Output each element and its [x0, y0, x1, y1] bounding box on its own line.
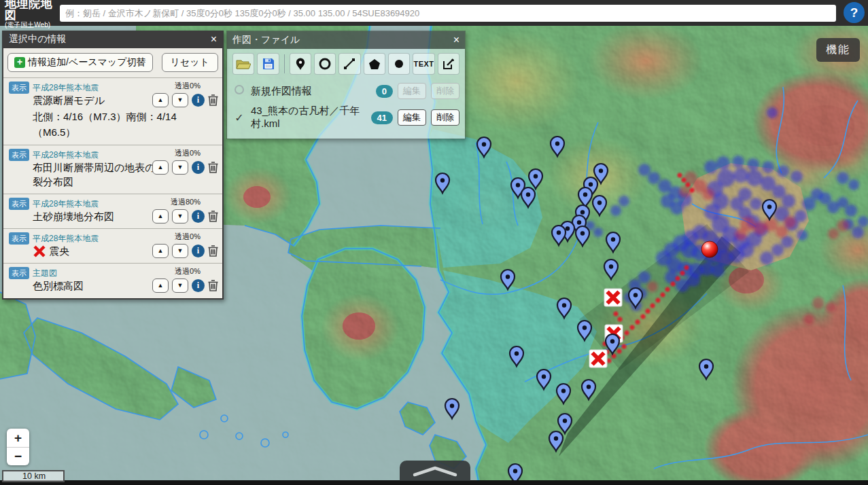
- landslide-blob: [638, 271, 650, 283]
- draw-panel-title: 作図・ファイル: [232, 34, 300, 46]
- move-down-button[interactable]: ▼: [172, 93, 188, 107]
- open-file-button[interactable]: [232, 53, 254, 75]
- move-up-button[interactable]: ▲: [152, 160, 169, 175]
- chevron-up-icon: [411, 465, 459, 477]
- landslide-blob: [771, 244, 784, 256]
- circle-tool-icon: [319, 58, 331, 70]
- show-toggle[interactable]: 表示: [9, 198, 29, 210]
- move-up-button[interactable]: ▲: [152, 209, 169, 223]
- draw-polygon-tool[interactable]: [364, 53, 385, 75]
- polygon-tool-icon: [368, 58, 381, 70]
- crack-dot: [671, 282, 676, 287]
- selected-info-actions: + 情報追加/ベースマップ切替 リセット: [3, 48, 222, 77]
- draw-item-name: 43_熊本の古凡村／千年村.kml: [251, 105, 366, 130]
- landslide-blob: [782, 194, 795, 208]
- crack-dot: [625, 331, 629, 336]
- landslide-blob: [610, 205, 621, 216]
- show-toggle[interactable]: 表示: [9, 82, 29, 94]
- info-icon[interactable]: i: [192, 210, 205, 223]
- app-logo: 地理院地図 (電子国土Web): [0, 0, 60, 29]
- edit-drawing-button[interactable]: [438, 53, 459, 75]
- epicenter-ball-marker[interactable]: [701, 241, 718, 257]
- red-blob: [776, 226, 788, 238]
- info-icon[interactable]: i: [192, 245, 205, 257]
- draw-marker-tool[interactable]: [290, 53, 311, 75]
- crack-dot: [646, 309, 650, 314]
- layer-row: 表示 平成28年熊本地震 震源断層モデル 北側：4/16（M7.3）南側：4/1…: [3, 77, 222, 145]
- show-toggle[interactable]: 表示: [9, 232, 29, 245]
- red-blob: [764, 218, 778, 232]
- move-up-button[interactable]: ▲: [152, 244, 169, 258]
- landslide-blob: [845, 204, 857, 217]
- info-icon[interactable]: i: [192, 94, 205, 107]
- help-button[interactable]: ?: [844, 2, 865, 23]
- crack-dot: [622, 344, 627, 349]
- add-info-button[interactable]: + 情報追加/ベースマップ切替: [7, 53, 153, 72]
- close-icon[interactable]: ×: [211, 33, 217, 46]
- red-blob: [825, 302, 836, 312]
- trash-icon[interactable]: [208, 245, 218, 257]
- show-toggle[interactable]: 表示: [9, 149, 29, 161]
- zoom-out-button[interactable]: −: [7, 447, 29, 465]
- red-blob: [679, 185, 691, 198]
- crack-dot: [614, 312, 619, 317]
- red-blob: [647, 281, 658, 292]
- trash-icon[interactable]: [208, 162, 218, 173]
- landslide-blob: [777, 165, 789, 177]
- trash-icon[interactable]: [208, 280, 218, 291]
- red-blob: [735, 228, 747, 240]
- close-icon[interactable]: ×: [453, 34, 459, 46]
- search-input[interactable]: [60, 5, 836, 22]
- crack-dot: [690, 188, 695, 193]
- bottom-panel-expand-tab[interactable]: [400, 461, 470, 481]
- transparency-label: 透過0%: [152, 232, 201, 242]
- red-blob: [702, 188, 714, 200]
- transparency-label: 透過0%: [152, 266, 201, 276]
- zoom-in-button[interactable]: +: [7, 429, 29, 447]
- selected-info-title: 選択中の情報: [9, 33, 66, 46]
- landslide-blob: [848, 179, 859, 190]
- scale-bar: 10 km: [2, 470, 65, 482]
- function-button[interactable]: 機能: [816, 38, 860, 62]
- red-blob: [837, 219, 849, 232]
- landslide-blob: [750, 198, 762, 210]
- draw-point-tool[interactable]: [388, 53, 410, 75]
- show-toggle[interactable]: 表示: [9, 267, 29, 279]
- draw-line-tool[interactable]: [338, 53, 360, 75]
- reset-button[interactable]: リセット: [162, 53, 218, 72]
- epicenter-x-marker[interactable]: [589, 350, 607, 367]
- info-icon[interactable]: i: [192, 161, 205, 174]
- transparency-label: 透過0%: [152, 148, 201, 158]
- move-down-button[interactable]: ▼: [172, 209, 188, 223]
- crack-dot: [630, 325, 635, 330]
- save-file-button[interactable]: [257, 53, 279, 75]
- layer-subtitle: 北側：4/16（M7.3）南側：4/14（M6.5）: [33, 109, 217, 140]
- landslide-blob: [716, 156, 730, 170]
- move-up-button[interactable]: ▲: [152, 279, 169, 293]
- epicenter-ball-layer[interactable]: [701, 241, 718, 257]
- attribution-bar: [0, 480, 868, 485]
- move-up-button[interactable]: ▲: [152, 93, 169, 107]
- draw-circle-tool[interactable]: [314, 53, 336, 75]
- trash-icon[interactable]: [208, 94, 218, 106]
- checkmark-icon[interactable]: ✓: [232, 111, 246, 124]
- draw-text-tool[interactable]: TEXT: [413, 53, 434, 75]
- crack-dot: [641, 315, 646, 319]
- trash-icon[interactable]: [208, 211, 218, 222]
- info-icon[interactable]: i: [192, 279, 205, 292]
- crack-dot: [680, 271, 685, 276]
- epicenter-x-marker[interactable]: [604, 289, 622, 306]
- edit-button: 編集: [398, 83, 426, 99]
- polyline-tool-icon: [343, 58, 355, 70]
- transparency-label: 透過80%: [152, 197, 201, 207]
- toolbar-divider: [284, 54, 285, 73]
- landslide-blob: [760, 251, 774, 265]
- move-down-button[interactable]: ▼: [172, 160, 188, 175]
- edit-button[interactable]: 編集: [398, 109, 426, 126]
- move-down-button[interactable]: ▼: [172, 279, 188, 293]
- red-blob: [784, 216, 796, 228]
- delete-button[interactable]: 削除: [431, 109, 459, 126]
- visibility-circle-icon[interactable]: [232, 85, 246, 97]
- move-down-button[interactable]: ▼: [172, 244, 188, 258]
- app-subtitle: (電子国土Web): [5, 22, 60, 29]
